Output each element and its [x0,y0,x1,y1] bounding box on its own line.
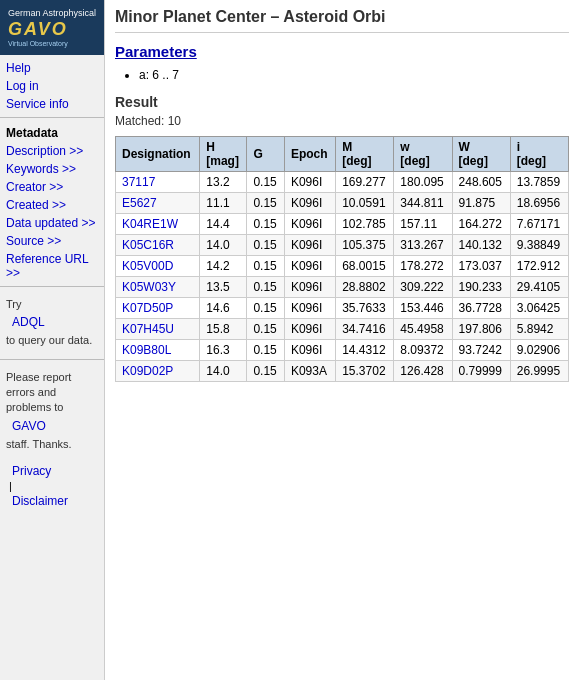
cell-h: 14.4 [200,214,247,235]
table-row: E562711.10.15K096I10.0591344.81191.87518… [116,193,569,214]
cell-w: 36.7728 [452,298,510,319]
cell-w: 140.132 [452,235,510,256]
cell-epoch: K096I [284,298,335,319]
cell-i: 18.6956 [510,193,568,214]
cell-w: 190.233 [452,277,510,298]
cell-h: 14.6 [200,298,247,319]
cell-w: 157.11 [394,214,452,235]
cell-designation[interactable]: K07H45U [116,319,200,340]
sidebar-item-service-info[interactable]: Service info [0,95,104,113]
col-header-W: W[deg] [452,137,510,172]
table-row: K04RE1W14.40.15K096I102.785157.11164.272… [116,214,569,235]
designation-link[interactable]: K04RE1W [122,217,178,231]
cell-designation[interactable]: K05V00D [116,256,200,277]
adql-link[interactable]: ADQL [6,312,98,333]
page-title: Minor Planet Center – Asteroid Orbi [115,8,569,33]
col-header-designation: Designation [116,137,200,172]
metadata-header: Metadata [0,122,104,142]
cell-w: 91.875 [452,193,510,214]
cell-g: 0.15 [247,172,285,193]
col-header-w: w[deg] [394,137,452,172]
designation-link[interactable]: K09D02P [122,364,173,378]
cell-w: 344.811 [394,193,452,214]
cell-w: 178.272 [394,256,452,277]
designation-link[interactable]: K05W03Y [122,280,176,294]
designation-link[interactable]: 37117 [122,175,155,189]
sidebar-item-help[interactable]: Help [0,59,104,77]
designation-link[interactable]: K05C16R [122,238,174,252]
table-body: 3711713.20.15K096I169.277180.095248.6051… [116,172,569,382]
cell-m: 14.4312 [336,340,394,361]
col-header-G: G [247,137,285,172]
sidebar-item-data-updated[interactable]: Data updated >> [0,214,104,232]
cell-epoch: K096I [284,193,335,214]
cell-w: 180.095 [394,172,452,193]
table-row: K07D50P14.60.15K096I35.7633153.44636.772… [116,298,569,319]
cell-h: 13.2 [200,172,247,193]
disclaimer-link[interactable]: Disclaimer [6,492,98,510]
cell-i: 29.4105 [510,277,568,298]
cell-h: 11.1 [200,193,247,214]
cell-designation[interactable]: K09D02P [116,361,200,382]
cell-w: 126.428 [394,361,452,382]
cell-w: 45.4958 [394,319,452,340]
designation-link[interactable]: K05V00D [122,259,173,273]
cell-m: 35.7633 [336,298,394,319]
cell-h: 14.0 [200,235,247,256]
cell-designation[interactable]: K09B80L [116,340,200,361]
sidebar-item-description[interactable]: Description >> [0,142,104,160]
cell-designation[interactable]: K05W03Y [116,277,200,298]
designation-link[interactable]: K07H45U [122,322,174,336]
cell-designation[interactable]: E5627 [116,193,200,214]
sidebar: German Astrophysical GAVO Virtual Observ… [0,0,105,680]
table-row: K09D02P14.00.15K093A15.3702126.4280.7999… [116,361,569,382]
cell-w: 248.605 [452,172,510,193]
cell-g: 0.15 [247,298,285,319]
cell-designation[interactable]: K04RE1W [116,214,200,235]
cell-i: 5.8942 [510,319,568,340]
table-row: 3711713.20.15K096I169.277180.095248.6051… [116,172,569,193]
cell-designation[interactable]: K07D50P [116,298,200,319]
cell-w: 93.7242 [452,340,510,361]
cell-g: 0.15 [247,361,285,382]
col-header-H: H[mag] [200,137,247,172]
table-row: K07H45U15.80.15K096I34.741645.4958197.80… [116,319,569,340]
sidebar-item-created[interactable]: Created >> [0,196,104,214]
table-row: K05W03Y13.50.15K096I28.8802309.222190.23… [116,277,569,298]
col-header-epoch: Epoch [284,137,335,172]
sidebar-item-login[interactable]: Log in [0,77,104,95]
cell-m: 28.8802 [336,277,394,298]
gavo-link[interactable]: GAVO [6,416,98,437]
logo-line1: German Astrophysical [8,8,96,20]
sidebar-item-keywords[interactable]: Keywords >> [0,160,104,178]
cell-g: 0.15 [247,256,285,277]
designation-link[interactable]: E5627 [122,196,157,210]
cell-w: 0.79999 [452,361,510,382]
cell-g: 0.15 [247,277,285,298]
parameters-heading: Parameters [115,43,569,60]
cell-g: 0.15 [247,193,285,214]
logo-area: German Astrophysical GAVO Virtual Observ… [0,0,104,55]
cell-epoch: K096I [284,172,335,193]
cell-epoch: K096I [284,235,335,256]
sidebar-nav: Help Log in Service info Metadata Descri… [0,55,104,518]
cell-w: 153.446 [394,298,452,319]
table-row: K09B80L16.30.15K096I14.43128.0937293.724… [116,340,569,361]
cell-designation[interactable]: 37117 [116,172,200,193]
cell-i: 13.7859 [510,172,568,193]
designation-link[interactable]: K09B80L [122,343,171,357]
results-table: Designation H[mag] G Epoch M[deg] w[deg]… [115,136,569,382]
cell-designation[interactable]: K05C16R [116,235,200,256]
sidebar-item-creator[interactable]: Creator >> [0,178,104,196]
privacy-link[interactable]: Privacy [6,462,98,480]
cell-epoch: K096I [284,214,335,235]
sidebar-item-reference-url[interactable]: Reference URL >> [0,250,104,282]
cell-i: 7.67171 [510,214,568,235]
table-header-row: Designation H[mag] G Epoch M[deg] w[deg]… [116,137,569,172]
cell-m: 105.375 [336,235,394,256]
cell-w: 8.09372 [394,340,452,361]
sidebar-item-source[interactable]: Source >> [0,232,104,250]
designation-link[interactable]: K07D50P [122,301,173,315]
cell-g: 0.15 [247,340,285,361]
cell-h: 16.3 [200,340,247,361]
